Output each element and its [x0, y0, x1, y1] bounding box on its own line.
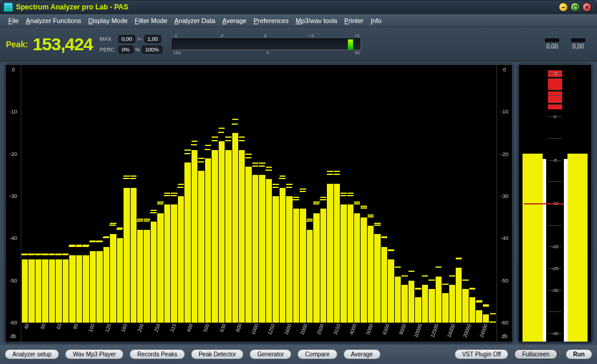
- peak-line: [212, 140, 218, 141]
- menu-filter-mode[interactable]: Filter Mode: [131, 16, 171, 25]
- peak-marker: [171, 193, 177, 194]
- window-title: Spectrum Analyzer pro Lab - PAS: [16, 3, 128, 11]
- spectrum-bar: [429, 289, 434, 323]
- vu-left-bar: [523, 154, 543, 342]
- peak-line: [89, 241, 95, 242]
- peak-line: [116, 229, 122, 230]
- spectrum-bar: [368, 226, 374, 323]
- spectrum-bar: [144, 230, 150, 323]
- spectrum-bar: [131, 188, 137, 323]
- spectrum-bar: [198, 171, 204, 323]
- spectrum-bar: [259, 175, 265, 323]
- spectrum-bar: [225, 150, 231, 323]
- spectrum-bar: [117, 238, 123, 323]
- spectrum-bar: [42, 259, 48, 323]
- spectrum-bar: [35, 259, 41, 323]
- readout-1: 0,00: [546, 43, 557, 50]
- peak-line: [218, 132, 224, 133]
- peak-line: [476, 300, 482, 301]
- peak-marker: [313, 202, 319, 203]
- peak-line: [198, 161, 204, 162]
- readouts: 0,00 0,00: [545, 38, 591, 50]
- minimize-icon[interactable]: –: [559, 2, 568, 12]
- spectrum-bar: [280, 188, 285, 323]
- spectrum-bar: [313, 213, 319, 323]
- peak-line: [259, 165, 265, 167]
- readout-bar-2: [571, 38, 585, 42]
- peak-marker: [144, 219, 150, 220]
- peak-line: [313, 203, 319, 204]
- menu-preferences[interactable]: Preferences: [250, 16, 292, 25]
- peak-marker: [151, 210, 157, 211]
- peak-marker: [239, 136, 245, 138]
- run-button[interactable]: Run: [566, 349, 592, 359]
- peak-line: [69, 246, 74, 247]
- peak-line: [340, 195, 346, 196]
- peak-marker: [124, 176, 129, 177]
- compare-button[interactable]: Compare: [297, 349, 337, 359]
- spectrum-bar: [361, 217, 366, 323]
- peak-line: [463, 280, 469, 281]
- correlation-track[interactable]: [172, 38, 361, 50]
- wav-mp3-player-button[interactable]: Wav Mp3 Player: [65, 349, 124, 359]
- peak-line: [449, 275, 455, 277]
- correlation-pointer[interactable]: [348, 39, 353, 50]
- menu-mp3-wav-tools[interactable]: Mp3/wav tools: [292, 16, 340, 25]
- menu-info[interactable]: Info: [367, 16, 385, 25]
- spectrum-bar: [178, 196, 184, 323]
- peak-line: [381, 237, 387, 238]
- maximize-icon[interactable]: ▢: [570, 2, 580, 12]
- spectrum-bar: [76, 255, 82, 323]
- menu-average[interactable]: Average: [219, 16, 250, 25]
- peak-line: [150, 212, 156, 213]
- spectrum-bar: [205, 158, 211, 323]
- readout-2: 0,00: [572, 43, 583, 50]
- max-val[interactable]: 0,00: [118, 35, 136, 43]
- menu-analyzer-data[interactable]: Analyzer Data: [171, 16, 219, 25]
- peak-line: [401, 275, 407, 277]
- peak-line: [293, 199, 298, 200]
- peak-detector-button[interactable]: Peak Detector: [191, 349, 244, 359]
- spectrum-bar: [334, 184, 340, 323]
- perc-val1[interactable]: 0%: [118, 46, 134, 54]
- peak-line: [177, 187, 183, 188]
- peak-marker: [225, 136, 231, 138]
- spectrum-bar: [293, 209, 299, 323]
- fullscreen-button[interactable]: Fullscreen: [514, 349, 557, 359]
- analyzer-setup-button[interactable]: Analyzer setup: [5, 349, 59, 359]
- peak-line: [109, 225, 115, 226]
- peak-line: [272, 187, 278, 188]
- menu-printer[interactable]: Printer: [341, 16, 367, 25]
- correlation-meter: -1-,50+,5+1 180090: [172, 33, 361, 56]
- peak-marker: [178, 184, 184, 185]
- spectrum-bar: [192, 150, 197, 323]
- peak-marker: [219, 128, 225, 129]
- menu-display-mode[interactable]: Display Mode: [85, 16, 131, 25]
- bottom-toolbar: Analyzer setup Wav Mp3 Player Records Pe…: [0, 345, 597, 363]
- spectrum-bar: [456, 268, 462, 323]
- peak-line: [137, 220, 142, 222]
- peak-line: [456, 258, 462, 259]
- peak-line: [184, 153, 190, 154]
- peak-marker: [131, 176, 137, 177]
- max-range[interactable]: 1,00: [144, 35, 162, 43]
- perc-val2[interactable]: 100%: [142, 46, 163, 54]
- spectrum-bar: [22, 259, 28, 323]
- vst-plugin-button[interactable]: VST Plugin Off: [455, 349, 509, 359]
- peak-line: [225, 140, 231, 141]
- peak-line: [28, 254, 34, 255]
- peak-marker: [252, 162, 258, 164]
- menu-analyzer-functions[interactable]: Analyzer Functions: [22, 16, 85, 25]
- menu-file[interactable]: File: [5, 16, 22, 25]
- peak-marker: [327, 171, 333, 172]
- spectrum-bar: [63, 259, 69, 323]
- spectrum-bar: [401, 285, 407, 323]
- generator-button[interactable]: Generator: [249, 349, 291, 359]
- spectrum-bar: [157, 213, 163, 323]
- records-peaks-button[interactable]: Records Peaks: [129, 349, 185, 359]
- average-button[interactable]: Average: [343, 349, 381, 359]
- peak-marker: [293, 197, 299, 198]
- peak-line: [239, 140, 245, 141]
- close-icon[interactable]: ×: [582, 2, 592, 12]
- spectrum-bar: [340, 204, 346, 323]
